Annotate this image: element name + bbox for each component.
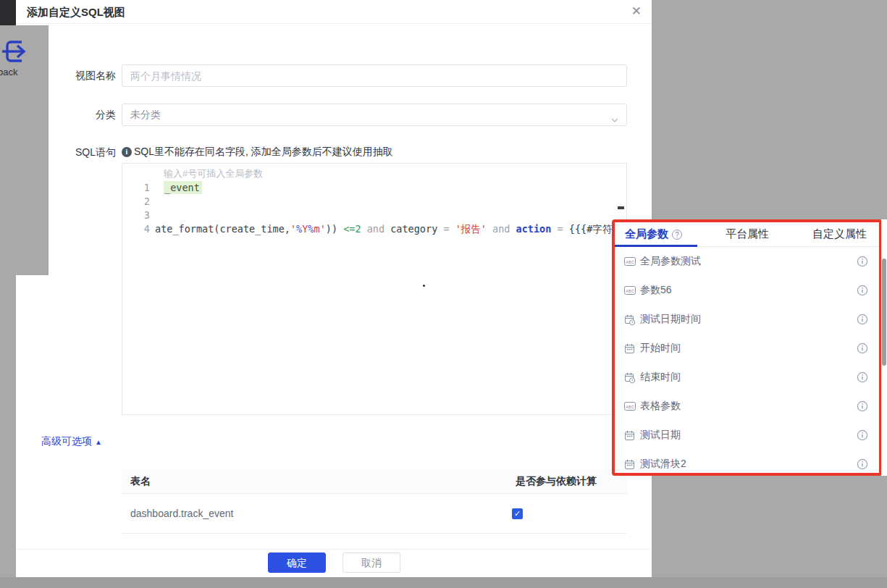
info-icon[interactable] (857, 343, 868, 357)
param-label: 测试滑块2 (640, 458, 686, 471)
editor-placeholder: 输入#号可插入全局参数 (164, 167, 263, 180)
info-filled-icon: i (122, 147, 132, 157)
table-header-row: 表名 是否参与依赖计算 (122, 469, 627, 494)
code-token: action (516, 223, 552, 235)
highlighted-token: _event (164, 181, 202, 194)
param-label: 参数56 (640, 284, 672, 297)
info-icon[interactable] (857, 400, 868, 415)
tab-platform-props[interactable]: 平台属性 (726, 227, 769, 241)
code-line-3 (155, 209, 621, 222)
param-list-item[interactable]: 测试日期 (615, 421, 879, 450)
feedback-widget[interactable]: back (0, 25, 49, 275)
table-body: dashboard.track_event✓ (122, 494, 627, 534)
param-label: 测试日期 (640, 429, 681, 442)
line-number: 1 (122, 181, 150, 195)
table-row: dashboard.track_event✓ (122, 494, 627, 534)
param-list-item[interactable]: ABC参数56 (615, 276, 879, 305)
svg-text:ABC: ABC (626, 289, 634, 293)
code-token (361, 223, 367, 235)
code-token: m (314, 223, 320, 235)
code-token: % (296, 223, 302, 235)
param-list-item[interactable]: 测试滑块2 (615, 450, 879, 479)
add-sql-view-dialog: 添加自定义SQL视图 ✕ 视图名称 分类 未分类 SQL语句 i SQL里不能存… (16, 0, 652, 577)
sql-hint: i SQL里不能存在同名字段, 添加全局参数后不建议使用抽取 (122, 146, 393, 159)
code-token: and (367, 223, 384, 235)
info-icon[interactable] (857, 458, 868, 473)
editor-scrollbar-thumb[interactable] (618, 206, 624, 209)
param-list-item[interactable]: 测试日期时间 (615, 305, 879, 334)
info-icon[interactable] (857, 314, 868, 328)
editor-code-area[interactable]: _event ate_format(create_time,'%Y%m')) <… (155, 181, 621, 236)
exit-arrow-icon (1, 38, 32, 67)
tab-label: 平台属性 (726, 227, 769, 241)
info-icon[interactable] (857, 429, 868, 444)
code-token: '报告' (455, 223, 487, 235)
cursor-dot-artifact (423, 285, 425, 287)
code-token (487, 223, 492, 235)
help-question-icon[interactable]: ? (672, 230, 682, 240)
confirm-button[interactable]: 确定 (268, 553, 326, 573)
code-token: ' (320, 223, 326, 235)
param-list-item[interactable]: 开始时间 (615, 334, 879, 363)
category-select[interactable]: 未分类 (122, 104, 627, 126)
dialog-header: 添加自定义SQL视图 ✕ (16, 0, 652, 24)
param-list-item[interactable]: 结束时间 (615, 363, 879, 392)
param-list-item[interactable]: ABC全局参数测试 (615, 247, 879, 276)
sql-hint-text: SQL里不能存在同名字段, 添加全局参数后不建议使用抽取 (134, 146, 393, 159)
overlay-bottom-strip (0, 577, 887, 588)
collapse-triangle-icon: ▲ (95, 438, 102, 446)
abc-icon: ABC (624, 256, 636, 269)
param-label: 全局参数测试 (640, 255, 701, 268)
param-label: 开始时间 (640, 342, 681, 355)
category-selected-value: 未分类 (130, 109, 161, 120)
tab-label: 全局参数 (625, 227, 668, 241)
close-icon[interactable]: ✕ (631, 4, 642, 20)
tab-global-params[interactable]: 全局参数? (625, 227, 682, 241)
svg-text:ABC: ABC (626, 260, 634, 264)
table-cell-name: dashboard.track_event (130, 508, 233, 519)
code-token: ate_format(create_time, (155, 223, 290, 235)
sql-code-editor[interactable]: 输入#号可插入全局参数 1234 _event ate_format(creat… (122, 163, 627, 415)
view-name-input[interactable] (122, 64, 627, 87)
editor-gutter: 1234 (122, 181, 150, 236)
svg-text:ABC: ABC (626, 405, 634, 409)
code-token: <=2 (343, 223, 361, 235)
cancel-button[interactable]: 取消 (342, 553, 400, 573)
param-label: 结束时间 (640, 371, 681, 384)
info-icon[interactable] (857, 285, 868, 299)
code-token: )) (326, 223, 343, 235)
code-token: and (492, 223, 510, 235)
line-number: 2 (122, 195, 150, 209)
table-header-dependency: 是否参与依赖计算 (516, 475, 597, 488)
info-icon[interactable] (857, 256, 868, 270)
tab-label: 自定义属性 (812, 227, 867, 241)
dialog-title: 添加自定义SQL视图 (27, 6, 125, 20)
popup-scrollbar-thumb[interactable] (882, 259, 886, 366)
code-line-2 (155, 195, 621, 209)
calendar-icon (624, 459, 635, 473)
line-number: 3 (122, 209, 150, 222)
code-token: ' (290, 223, 296, 235)
calendar-clock-icon (624, 314, 636, 329)
code-token (510, 223, 516, 235)
code-token: = (551, 223, 568, 235)
calendar-icon (624, 343, 635, 357)
popup-scrollbar-track[interactable] (881, 219, 887, 476)
chevron-down-icon (610, 111, 619, 132)
param-label: 测试日期时间 (640, 313, 701, 326)
advanced-options-label: 高级可选项 (41, 435, 92, 447)
page-corner-dark-block (0, 0, 16, 25)
line-number: 4 (122, 222, 150, 236)
calendar-icon (624, 430, 635, 444)
param-label: 表格参数 (640, 400, 681, 413)
dependency-checkbox[interactable]: ✓ (512, 508, 523, 519)
param-list-item[interactable]: ABC表格参数 (615, 392, 879, 421)
calendar-clock-icon (624, 372, 636, 387)
popup-tabs: 全局参数?平台属性自定义属性 (615, 222, 879, 247)
code-token (384, 223, 390, 235)
abc-icon: ABC (624, 285, 636, 298)
tab-custom-props[interactable]: 自定义属性 (812, 227, 867, 241)
abc-icon: ABC (624, 401, 636, 414)
advanced-options-toggle[interactable]: 高级可选项 ▲ (41, 435, 102, 448)
info-icon[interactable] (857, 371, 868, 386)
